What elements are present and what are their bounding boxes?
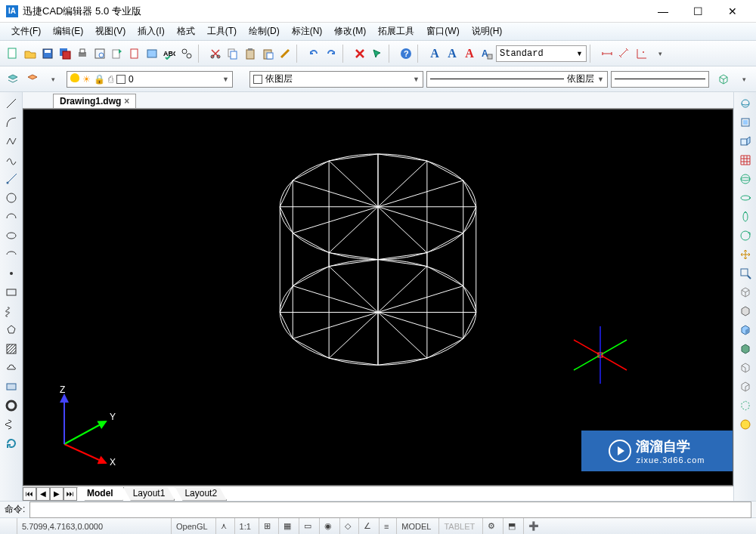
view-top-icon[interactable] (737, 114, 754, 131)
status-tablet[interactable]: TABLET (438, 518, 479, 534)
polygon-tool-icon[interactable] (3, 322, 20, 338)
status-scale[interactable]: 1:1 (234, 518, 256, 534)
print-preview-icon[interactable] (91, 45, 108, 62)
doc-tab-active[interactable]: Drawing1.dwg × (53, 94, 136, 108)
color-select[interactable]: 依图层 ▼ (249, 71, 423, 88)
polyline-tool-icon[interactable] (3, 133, 20, 150)
view-front-icon[interactable] (737, 133, 754, 150)
menu-window[interactable]: 窗口(W) (421, 23, 464, 39)
text-style-a1-icon[interactable]: A (426, 45, 443, 62)
point-tool-icon[interactable] (3, 265, 20, 282)
orbit-x-icon[interactable] (737, 190, 754, 206)
orbit-y-icon[interactable] (737, 208, 754, 225)
select-icon[interactable] (369, 45, 386, 62)
menu-view[interactable]: 视图(V) (90, 23, 131, 39)
layout-tab-1[interactable]: Layout1 (123, 487, 175, 501)
help-icon[interactable]: ? (398, 45, 414, 62)
layout-tab-model[interactable]: Model (77, 487, 123, 501)
lineweight-select[interactable] (611, 71, 709, 88)
close-button[interactable]: ✕ (715, 0, 750, 23)
text-style-a3-icon[interactable]: A (461, 45, 478, 62)
maximize-button[interactable]: ☐ (680, 0, 715, 23)
status-lwt-icon[interactable]: ≡ (379, 518, 393, 534)
minimize-button[interactable]: — (646, 0, 680, 23)
rectangle-tool-icon[interactable] (3, 284, 20, 301)
status-otrack-icon[interactable]: ∠ (358, 518, 376, 534)
ray-tool-icon[interactable] (3, 171, 20, 187)
find-icon[interactable] (178, 45, 195, 62)
status-add-icon[interactable]: ➕ (523, 518, 544, 534)
status-osnap-icon[interactable]: ◇ (339, 518, 355, 534)
layer-states-icon[interactable] (24, 71, 41, 88)
status-drafting-icon[interactable]: ⋏ (215, 518, 231, 534)
undo-icon[interactable] (305, 45, 322, 62)
text-config-icon[interactable]: A (479, 45, 495, 62)
visual-wireframe-icon[interactable] (737, 284, 754, 301)
layout-last-icon[interactable]: ⏭ (64, 487, 77, 501)
copy-icon[interactable] (225, 45, 241, 62)
cloud-tool-icon[interactable] (3, 360, 20, 376)
dim-ord-icon[interactable] (634, 45, 650, 62)
dim-aligned-icon[interactable] (616, 45, 633, 62)
layout-next-icon[interactable]: ▶ (50, 487, 64, 501)
match-properties-icon[interactable] (277, 45, 293, 62)
cut-icon[interactable] (207, 45, 224, 62)
view-more-dropdown[interactable] (735, 71, 751, 88)
menu-format[interactable]: 格式 (172, 23, 200, 39)
spline-tool-icon[interactable] (3, 152, 20, 168)
paste-icon[interactable] (242, 45, 259, 62)
render-icon[interactable] (737, 416, 754, 433)
redo-icon[interactable] (323, 45, 339, 62)
layout-tab-2[interactable]: Layout2 (175, 487, 227, 501)
open-file-icon[interactable] (22, 45, 39, 62)
paste-special-icon[interactable] (259, 45, 276, 62)
linetype-select[interactable]: 依图层 ▼ (426, 71, 608, 88)
export-image-icon[interactable] (144, 45, 160, 62)
menu-dimension[interactable]: 标注(N) (287, 23, 328, 39)
helix-tool-icon[interactable] (3, 416, 20, 433)
print-icon[interactable] (74, 45, 91, 62)
status-grid-icon[interactable]: ▦ (278, 518, 296, 534)
layout-first-icon[interactable]: ⏮ (23, 487, 36, 501)
rotate3d-icon[interactable] (737, 95, 754, 112)
publish-icon[interactable] (109, 45, 125, 62)
view-grid-icon[interactable] (737, 152, 754, 168)
status-layer-icon[interactable]: ⬒ (503, 518, 520, 534)
layer-select[interactable]: ☀ 🔒 ⎙ 0 ▼ (67, 71, 233, 88)
ellipse-tool-icon[interactable] (3, 227, 20, 244)
menu-file[interactable]: 文件(F) (6, 23, 46, 39)
refresh-icon[interactable] (3, 435, 20, 452)
menu-edit[interactable]: 编辑(E) (48, 23, 88, 39)
command-input[interactable] (29, 502, 751, 518)
status-model[interactable]: MODEL (396, 518, 435, 534)
menu-modify[interactable]: 修改(M) (329, 23, 371, 39)
status-settings-icon[interactable]: ⚙ (482, 518, 500, 534)
new-file-icon[interactable] (5, 45, 21, 62)
spring-tool-icon[interactable] (3, 303, 20, 319)
orbit-z-icon[interactable] (737, 227, 754, 244)
menu-draw[interactable]: 绘制(D) (243, 23, 285, 39)
menu-insert[interactable]: 插入(I) (132, 23, 169, 39)
move3d-icon[interactable] (737, 246, 754, 263)
line-tool-icon[interactable] (3, 95, 20, 112)
arc-tool-icon[interactable] (3, 114, 20, 131)
region-tool-icon[interactable] (3, 378, 20, 395)
layer-manager-icon[interactable] (5, 71, 21, 88)
hatch-tool-icon[interactable] (3, 341, 20, 357)
visual-xray-icon[interactable] (737, 397, 754, 414)
menu-extend[interactable]: 拓展工具 (373, 23, 420, 39)
visual-iso-right-icon[interactable] (737, 378, 754, 395)
status-ortho-icon[interactable]: ▭ (299, 518, 316, 534)
iso-view-icon[interactable] (715, 71, 732, 88)
spell-check-icon[interactable]: ABC (161, 45, 178, 62)
delete-icon[interactable] (352, 45, 368, 62)
visual-shaded-icon[interactable] (737, 322, 754, 338)
save-as-icon[interactable] (57, 45, 73, 62)
layer-dropdown[interactable] (44, 71, 60, 88)
doc-tab-close-icon[interactable]: × (124, 96, 129, 106)
visual-hidden-icon[interactable] (737, 303, 754, 319)
status-snap-icon[interactable]: ⊞ (259, 518, 275, 534)
visual-realistic-icon[interactable] (737, 341, 754, 357)
dim-more-dropdown[interactable] (651, 45, 668, 62)
circle-tool-icon[interactable] (3, 190, 20, 206)
